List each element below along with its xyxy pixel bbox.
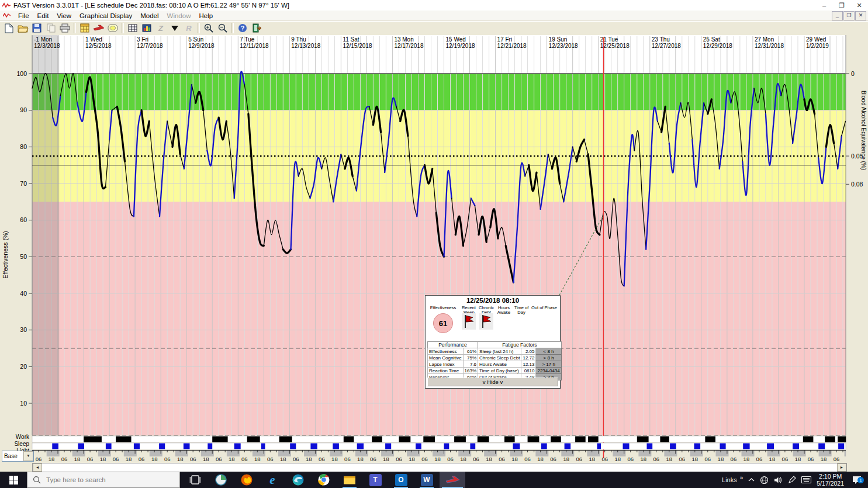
start-button[interactable] (0, 472, 27, 488)
fast-plane-button[interactable] (92, 22, 105, 34)
touch-keyboard-icon[interactable] (801, 476, 811, 483)
svg-text:06: 06 (61, 456, 68, 462)
notification-center-icon[interactable]: 1 (849, 476, 864, 484)
factor-column-time-of-day: Time of Day (513, 306, 530, 315)
svg-text:06: 06 (808, 456, 814, 462)
restore-button[interactable]: ❐ (833, 0, 850, 11)
fast-effectiveness-chart[interactable]: -1 Mon12/3/20181 Wed12/5/20183 Fri12/7/2… (0, 34, 868, 472)
svg-text:06: 06 (36, 456, 42, 462)
svg-text:06: 06 (705, 456, 711, 462)
svg-text:18: 18 (383, 456, 389, 462)
menu-view[interactable]: View (53, 12, 75, 20)
mdi-restore-button[interactable]: ❐ (843, 11, 855, 20)
svg-text:70: 70 (20, 180, 27, 187)
save-button[interactable] (30, 22, 43, 34)
pen-icon[interactable] (788, 476, 796, 484)
mdi-minimize-button[interactable]: _ (832, 11, 843, 20)
fast-app-icon (2, 2, 11, 8)
taskbar-search[interactable] (27, 472, 180, 488)
toolbar-separator (74, 23, 76, 33)
svg-text:06: 06 (344, 456, 351, 462)
scroll-left-button[interactable]: ◄ (33, 463, 42, 472)
light-bar (845, 451, 846, 456)
search-input[interactable] (45, 476, 158, 484)
zoom-in-button[interactable] (202, 22, 215, 34)
new-file-button[interactable] (2, 22, 15, 34)
chart-area[interactable]: -1 Mon12/3/20181 Wed12/5/20183 Fri12/7/2… (0, 34, 868, 472)
menu-graphical-display[interactable]: Graphical Display (75, 12, 136, 20)
svg-text:18: 18 (177, 456, 184, 462)
taskbar-app-cisco-anyconnect[interactable] (208, 472, 234, 488)
mdi-close-button[interactable]: ✕ (855, 11, 866, 20)
svg-text:18: 18 (666, 456, 673, 462)
toolbar-separator (198, 23, 200, 33)
svg-text:06: 06 (370, 456, 376, 462)
taskbar-app-word[interactable]: W (414, 472, 440, 488)
svg-text:Blood Alcohol Equivalence (%): Blood Alcohol Equivalence (%) (860, 91, 867, 170)
svg-text:-1 Mon: -1 Mon (34, 36, 52, 43)
svg-text:18: 18 (718, 456, 724, 462)
svg-text:06: 06 (627, 456, 634, 462)
svg-text:06: 06 (576, 456, 582, 462)
work-bar (825, 437, 835, 442)
zoom-out-button[interactable] (216, 22, 229, 34)
svg-text:50: 50 (20, 253, 27, 260)
dropdown-arrow-icon[interactable]: ▼ (23, 451, 33, 461)
hidden-icons-chevron[interactable] (748, 477, 755, 482)
print-button[interactable] (58, 22, 71, 34)
sleep-bar (184, 444, 190, 449)
copy-button (44, 22, 57, 34)
factor-column-out-of-phase: Out of Phase (531, 306, 558, 310)
menu-file[interactable]: File (14, 12, 33, 20)
svg-text:06: 06 (550, 456, 556, 462)
svg-text:06: 06 (164, 456, 171, 462)
sleep-bar (208, 444, 212, 449)
work-bar (247, 437, 260, 442)
taskbar-app-firefox[interactable] (234, 472, 260, 488)
links-overflow-chevron[interactable]: » (740, 475, 743, 481)
tooltip-row: Mean Cognitive75%Chronic Sleep Debt12.72… (428, 355, 562, 361)
schedule-grid-button[interactable] (78, 22, 91, 34)
table-view-button[interactable] (126, 22, 139, 34)
taskbar-app-internet-explorer[interactable]: e (260, 472, 285, 488)
taskbar-app-outlook[interactable]: O (388, 472, 414, 488)
svg-text:06: 06 (601, 456, 608, 462)
graph-view-button[interactable] (140, 22, 153, 34)
svg-text:27 Mon: 27 Mon (755, 36, 774, 43)
menu-edit[interactable]: Edit (33, 12, 53, 20)
taskbar-app-edge[interactable] (285, 472, 311, 488)
open-file-button[interactable] (16, 22, 29, 34)
menu-model[interactable]: Model (136, 12, 162, 20)
help-button[interactable]: ? (236, 22, 249, 34)
menu-help[interactable]: Help (195, 12, 217, 20)
marker-triangle-button[interactable] (168, 22, 181, 34)
volume-icon[interactable] (774, 476, 783, 484)
sleep-bar (767, 444, 774, 449)
network-globe-icon[interactable] (760, 476, 769, 484)
minimize-button[interactable]: – (815, 0, 833, 11)
horizontal-scrollbar[interactable]: ◄ ► (32, 463, 847, 472)
base-schedule-dropdown[interactable]: Base ▼ (2, 451, 34, 462)
sleep-bar (470, 444, 475, 449)
links-toolbar-label[interactable]: Links (722, 476, 737, 483)
svg-text:18: 18 (409, 456, 415, 462)
taskbar-app-file-explorer[interactable] (337, 472, 362, 488)
taskbar-app-task-view[interactable] (182, 472, 208, 488)
close-button[interactable]: ✕ (850, 0, 868, 11)
exit-door-button[interactable] (250, 22, 263, 34)
taskbar-app-chrome[interactable] (311, 472, 337, 488)
svg-text:06: 06 (782, 456, 789, 462)
sleep-bar (743, 444, 749, 449)
clock[interactable]: 2:10 PM 5/17/2021 (817, 473, 844, 487)
sleep-bar (261, 444, 265, 449)
work-bar (551, 437, 561, 442)
scrollbar-track[interactable] (42, 463, 837, 472)
svg-text:06: 06 (396, 456, 402, 462)
lamp-display-button[interactable] (106, 22, 119, 34)
scroll-right-button[interactable]: ► (837, 463, 846, 472)
taskbar-app-teams[interactable]: T (362, 472, 388, 488)
taskbar-app-fast-app[interactable] (440, 472, 465, 488)
tooltip-hide-button[interactable]: v Hide v (427, 378, 558, 386)
schedule-bands (32, 436, 846, 456)
toolbar-separator (231, 23, 234, 33)
